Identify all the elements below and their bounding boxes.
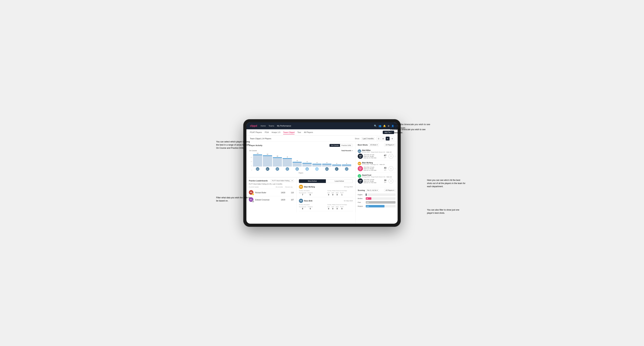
sub-tab-pga[interactable]: PGA	[265, 131, 269, 134]
lb-rank-badge-1: 1	[252, 193, 254, 195]
scoring-bar-value-pars: 499	[366, 202, 369, 203]
bar-rbutler: 3 RB	[312, 162, 322, 171]
toggle-on-course[interactable]: On Course	[330, 144, 340, 147]
lb-col-score: PB SCORE	[276, 186, 284, 188]
active-practice-rounds-rees: Practice 4	[308, 206, 313, 210]
shot-card-blair[interactable]: BM Blair McHarg 23 Jul 2023 · Ashridge G…	[358, 161, 396, 173]
active-arg-rees: ARG 0	[336, 206, 338, 210]
active-rounds-group-blair: Total Rounds Tournament 7 Practice	[299, 190, 324, 196]
practice-dropdown[interactable]: PUTT Must Make Putting ... ▾	[271, 179, 294, 182]
best-shots-header: Best Shots All Shots ▾ All Players ▾	[358, 144, 396, 146]
active-tournament-blair: Tournament 7	[299, 192, 306, 196]
scoring-bar-value-bogeys: 315	[366, 205, 369, 207]
sub-tab-hcaps[interactable]: Hcaps 1-5	[272, 131, 280, 134]
chart-area: On Course Total Rounds ▾ 15	[249, 148, 352, 175]
chart-label: On Course Total Rounds ▾	[249, 150, 352, 152]
active-date-blair: 26 Aug 2023	[344, 186, 353, 188]
bar-ecrossman: 2 EC	[332, 163, 342, 171]
sub-tab-all-players[interactable]: All Players	[304, 131, 313, 134]
users-icon-btn[interactable]: 👥	[378, 125, 381, 127]
active-avatar-blair: BM	[299, 185, 303, 189]
practice-subtitle: PUTT Must Make Putting (3-6 ft), Last 3 …	[249, 183, 294, 185]
shot-stat1-david: 16 yds	[382, 179, 388, 183]
search-icon-btn[interactable]: 🔍	[374, 125, 377, 127]
tablet-frame: clippd Home Teams My Performance 🔍 👥 🔔 ⊕…	[243, 119, 401, 227]
shot-details-david: 198 SG Shot Dist: 16 ydsStart Lie: Rough…	[358, 178, 396, 184]
scoring-row-pars: Pars 499	[358, 201, 396, 204]
lb-rank-badge-2: 2	[252, 200, 254, 202]
scoring-players-filter[interactable]: All Players ▾	[384, 189, 396, 192]
scoring-bar-fill-birdies: 96	[366, 197, 371, 200]
scoring-header: Scoring Par 3, 4 & 5s ▾ All Players ▾	[358, 189, 396, 192]
scoring-bar-value-eagles: 3	[366, 194, 367, 195]
sub-tab-team-clippd[interactable]: Team Clippd	[283, 131, 294, 134]
active-rounds-group-rees: Total Rounds Tournament 8 Practice	[299, 204, 324, 210]
shot-card-matt[interactable]: MM Matt Miller 09 Jun 2023 · Royal North…	[358, 148, 396, 161]
sub-tab-pgat[interactable]: PGAT Players	[250, 131, 262, 134]
par-filter[interactable]: Par 3, 4 & 5s ▾	[366, 189, 379, 192]
active-tabs: Most Active Least Active	[299, 179, 353, 183]
total-rounds-dropdown[interactable]: Total Rounds ▾	[341, 150, 352, 152]
active-date-rees: 02 Sep 2023	[344, 200, 353, 202]
sub-nav: PGAT Players PGA Hcaps 1-5 Team Clippd T…	[246, 129, 398, 136]
nav-teams[interactable]: Teams	[268, 124, 274, 128]
lb-avg-edward: 107	[287, 199, 294, 201]
bar-lrobertson: 2 LR	[342, 163, 351, 171]
view-icon-settings[interactable]: ⚙	[390, 137, 394, 141]
view-icon-heart[interactable]: ♥	[386, 137, 390, 141]
bar-eebert: 5 EE	[292, 160, 302, 171]
main-content: Player Activity On Course Practice Drill…	[246, 142, 398, 224]
scoring-section: Scoring Par 3, 4 & 5s ▾ All Players ▾	[356, 187, 398, 224]
active-name-blair: Blair McHarg	[304, 186, 315, 188]
time-filter-select[interactable]: Last 3 months	[362, 137, 375, 140]
active-activities-title-blair: Total Practice Activities	[327, 190, 353, 191]
scoring-bar-track-birdies: 96	[366, 197, 396, 200]
bell-icon-btn[interactable]: 🔔	[383, 125, 386, 127]
lb-row-1[interactable]: RB 1 Richard Butler 19/20 110	[249, 189, 294, 196]
scoring-title: Scoring	[358, 189, 365, 191]
scoring-row-birdies: Birdies 96	[358, 197, 396, 200]
shot-card-david[interactable]: DF David Ford 24 Aug 2023 · Royal North …	[358, 173, 396, 185]
active-practice-rounds-blair: Practice 6	[308, 192, 313, 196]
active-player-card-rees: RB Rees Britt 02 Sep 2023 Total Rounds	[299, 199, 353, 211]
active-putt-rees: PUTT 0	[340, 206, 344, 210]
annotation-filter-player-shots: You can also filter to show just one pla…	[427, 208, 466, 215]
total-rounds-chevron: ▾	[352, 150, 352, 152]
annotation-best-shots: Here you can see who's hit the best shot…	[427, 178, 466, 188]
toggle-practice-drills[interactable]: Practice Drills	[340, 144, 352, 147]
shot-venue-matt: 09 Jun 2023 · Royal North Devon GC · Hol…	[362, 151, 392, 153]
active-rounds-cols-blair: Tournament 7 Practice 6	[299, 192, 324, 196]
scoring-bar-value-birdies: 96	[366, 198, 368, 199]
view-icons: ☰ ⊞ ♥ ⚙	[376, 137, 394, 141]
lb-row-2[interactable]: EC 2 Edward Crossman 18/20 107	[249, 196, 294, 203]
shot-venue-blair: 23 Jul 2023 · Ashridge GC · Hole 15	[362, 164, 385, 165]
active-gtt-blair: GTT 0	[327, 192, 330, 196]
chart-on-course-label: On Course	[249, 150, 257, 152]
scoring-bar-fill-bogeys: 315	[366, 205, 384, 207]
all-shots-filter[interactable]: All Shots ▾	[369, 144, 379, 146]
view-icon-grid[interactable]: ⊞	[381, 137, 385, 141]
top-nav: clippd Home Teams My Performance 🔍 👥 🔔 ⊕…	[246, 122, 398, 129]
add-icon-btn[interactable]: ⊕	[388, 125, 390, 127]
all-players-filter[interactable]: All Players ▾	[384, 144, 396, 146]
tab-least-active[interactable]: Least Active	[326, 179, 353, 183]
active-app-rees: APP 0	[332, 206, 334, 210]
view-icon-list[interactable]: ☰	[376, 137, 380, 141]
nav-home[interactable]: Home	[260, 124, 266, 128]
shot-avatar-blair: BM	[358, 162, 361, 165]
nav-myperformance[interactable]: My Performance	[277, 124, 291, 128]
sub-tab-tour[interactable]: Tour	[297, 131, 301, 134]
scoring-row-eagles: Eagles 3	[358, 193, 396, 196]
scoring-bar-track-pars: 499	[366, 201, 396, 204]
shot-stat1-blair: 43 yds	[382, 167, 388, 171]
scoring-label-pars: Pars	[358, 201, 365, 203]
shot-avatar-matt: MM	[358, 149, 361, 153]
right-panel: Best Shots All Shots ▾ All Players ▾	[356, 142, 398, 224]
lb-rank-avatar-1: RB 1	[249, 190, 254, 195]
active-player-header-blair: BM Blair McHarg 26 Aug 2023	[299, 185, 353, 189]
shot-stat1-matt: 67 yds	[382, 154, 388, 158]
shot-info-matt: Shot Dist: 67 ydsStart Lie: RoughEnd Lie…	[364, 154, 382, 159]
player-activity-header: Player Activity On Course Practice Drill…	[249, 144, 352, 147]
bar-gbillingham: 4 GB	[302, 161, 312, 171]
tab-most-active[interactable]: Most Active	[299, 179, 326, 183]
